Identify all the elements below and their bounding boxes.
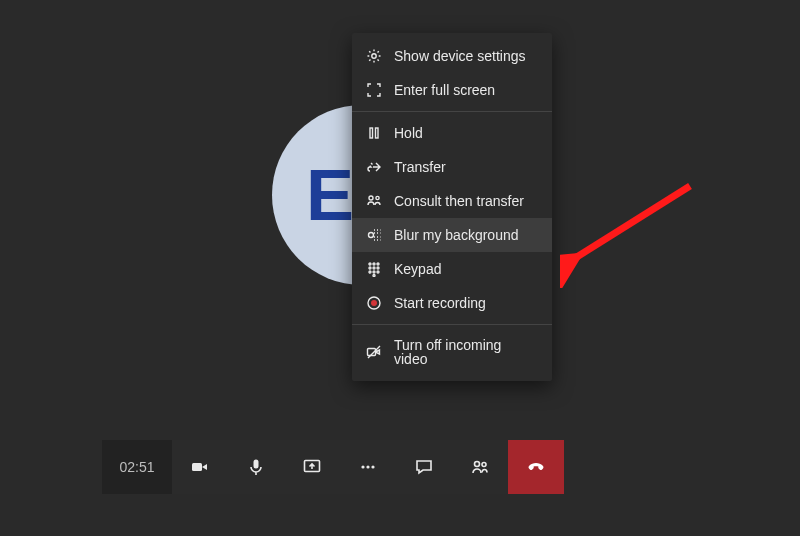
camera-toggle-button[interactable] <box>172 440 228 494</box>
people-icon <box>470 457 490 477</box>
menu-divider <box>352 111 552 112</box>
menu-item-start-recording[interactable]: Start recording <box>352 286 552 320</box>
more-actions-menu: Show device settings Enter full screen H… <box>352 33 552 381</box>
svg-point-7 <box>373 263 375 265</box>
menu-item-device-settings[interactable]: Show device settings <box>352 39 552 73</box>
chat-icon <box>414 457 434 477</box>
svg-point-5 <box>369 233 374 238</box>
participants-button[interactable] <box>452 440 508 494</box>
mic-icon <box>246 457 266 477</box>
menu-item-label: Transfer <box>394 160 446 174</box>
svg-point-24 <box>371 465 374 468</box>
menu-item-fullscreen[interactable]: Enter full screen <box>352 73 552 107</box>
menu-item-label: Hold <box>394 126 423 140</box>
svg-rect-2 <box>376 128 379 138</box>
menu-item-keypad[interactable]: Keypad <box>352 252 552 286</box>
svg-rect-19 <box>192 463 202 471</box>
svg-point-10 <box>373 267 375 269</box>
menu-item-hold[interactable]: Hold <box>352 116 552 150</box>
svg-line-27 <box>572 186 690 260</box>
share-screen-button[interactable] <box>284 440 340 494</box>
svg-point-0 <box>372 54 376 58</box>
menu-item-label: Show device settings <box>394 49 526 63</box>
menu-item-label: Enter full screen <box>394 83 495 97</box>
menu-item-label: Turn off incoming video <box>394 338 538 366</box>
svg-point-22 <box>361 465 364 468</box>
svg-point-13 <box>373 271 375 273</box>
gear-icon <box>366 48 382 64</box>
svg-rect-20 <box>254 460 259 469</box>
svg-point-4 <box>376 196 379 199</box>
svg-point-26 <box>482 463 486 467</box>
svg-point-11 <box>377 267 379 269</box>
camera-icon <box>190 457 210 477</box>
svg-point-23 <box>366 465 369 468</box>
fullscreen-icon <box>366 82 382 98</box>
mic-toggle-button[interactable] <box>228 440 284 494</box>
menu-item-blur-background[interactable]: Blur my background <box>352 218 552 252</box>
blur-icon <box>366 227 382 243</box>
svg-point-6 <box>369 263 371 265</box>
menu-item-transfer[interactable]: Transfer <box>352 150 552 184</box>
hang-up-icon <box>526 457 546 477</box>
svg-point-9 <box>369 267 371 269</box>
ellipsis-icon <box>358 457 378 477</box>
video-off-icon <box>366 344 382 360</box>
svg-rect-1 <box>370 128 373 138</box>
pause-icon <box>366 125 382 141</box>
svg-point-8 <box>377 263 379 265</box>
more-actions-button[interactable] <box>340 440 396 494</box>
menu-item-label: Start recording <box>394 296 486 310</box>
annotation-arrow <box>560 178 700 288</box>
hang-up-button[interactable] <box>508 440 564 494</box>
share-icon <box>302 457 322 477</box>
chat-button[interactable] <box>396 440 452 494</box>
svg-point-15 <box>373 275 375 277</box>
record-icon <box>366 295 382 311</box>
menu-item-label: Keypad <box>394 262 441 276</box>
menu-item-label: Blur my background <box>394 228 519 242</box>
call-window: EW Show device settings Enter full scree… <box>0 0 800 536</box>
svg-point-25 <box>475 462 480 467</box>
svg-point-14 <box>377 271 379 273</box>
menu-item-label: Consult then transfer <box>394 194 524 208</box>
svg-point-17 <box>371 300 377 306</box>
menu-item-consult-transfer[interactable]: Consult then transfer <box>352 184 552 218</box>
menu-divider <box>352 324 552 325</box>
consult-transfer-icon <box>366 193 382 209</box>
call-timer: 02:51 <box>102 440 172 494</box>
svg-point-3 <box>369 196 373 200</box>
keypad-icon <box>366 261 382 277</box>
svg-point-12 <box>369 271 371 273</box>
call-toolbar: 02:51 <box>102 440 564 494</box>
transfer-icon <box>366 159 382 175</box>
menu-item-turn-off-incoming-video[interactable]: Turn off incoming video <box>352 329 552 375</box>
